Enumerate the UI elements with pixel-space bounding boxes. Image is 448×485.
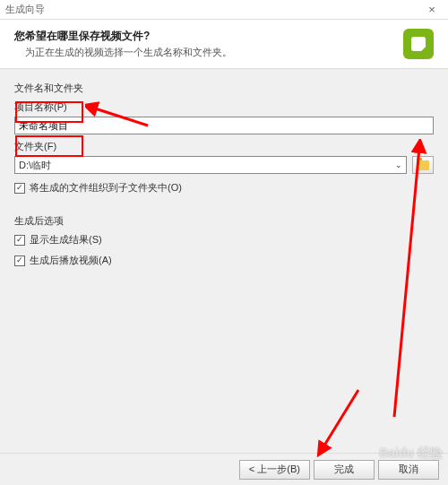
window-title: 生成向导 (5, 3, 421, 16)
organize-checkbox-label: 将生成的文件组织到子文件夹中(O) (30, 181, 182, 195)
folder-icon (417, 160, 429, 170)
back-button[interactable]: < 上一步(B) (239, 460, 310, 480)
page-title: 您希望在哪里保存视频文件? (14, 29, 394, 44)
post-section-title: 生成后选项 (14, 214, 434, 228)
show-result-checkbox[interactable]: ✓ (14, 235, 25, 246)
chevron-down-icon: ⌄ (395, 160, 402, 169)
play-after-label: 生成后播放视频(A) (30, 254, 112, 267)
folder-combo-value: D:\临时 (19, 159, 395, 172)
page-subtitle: 为正在生成的视频选择一个生成名称和文件夹。 (14, 46, 394, 59)
svg-line-5 (323, 390, 358, 448)
finish-button[interactable]: 完成 (314, 460, 375, 480)
folder-label: 文件夹(F) (14, 140, 434, 153)
cancel-button[interactable]: 取消 (378, 460, 439, 480)
show-result-label: 显示生成结果(S) (30, 233, 102, 247)
filename-section-title: 文件名和文件夹 (14, 82, 434, 95)
browse-folder-button[interactable] (412, 156, 434, 174)
app-logo-icon (403, 29, 434, 59)
organize-checkbox[interactable]: ✓ (14, 183, 25, 194)
watermark: Baidu 经验 (379, 446, 443, 462)
project-name-label: 项目名称(P) (14, 100, 434, 114)
folder-combo[interactable]: D:\临时 ⌄ (14, 156, 407, 174)
close-icon[interactable]: × (421, 3, 443, 16)
play-after-checkbox[interactable]: ✓ (14, 255, 25, 266)
project-name-input[interactable] (14, 117, 434, 134)
annotation-arrow (314, 385, 367, 457)
